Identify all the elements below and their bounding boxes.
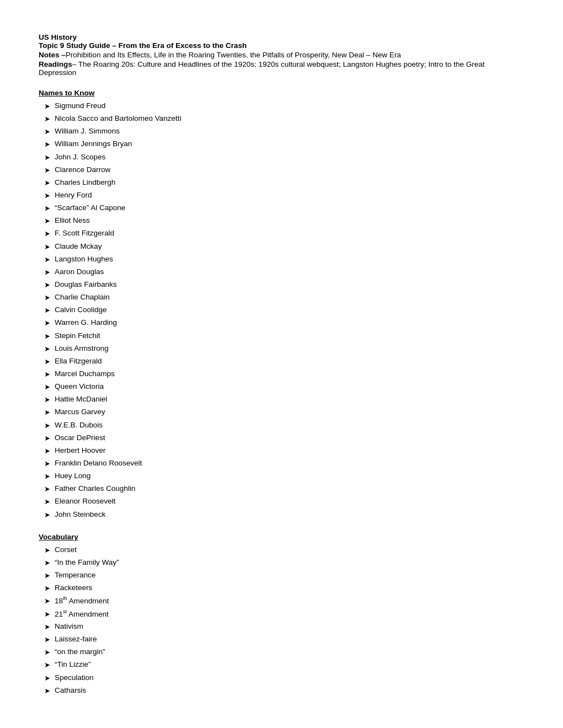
item-text: Corset	[55, 544, 524, 556]
item-text: Racketeers	[55, 582, 524, 594]
item-text: Aaron Douglas	[55, 266, 524, 278]
arrow-icon: ➤	[44, 596, 50, 607]
arrow-icon: ➤	[44, 292, 50, 303]
item-text: Langston Hughes	[55, 254, 524, 265]
arrow-icon: ➤	[44, 407, 50, 418]
item-text: Charlie Chaplain	[55, 292, 524, 303]
list-item: ➤Elliot Ness	[39, 215, 524, 227]
list-item: ➤Langston Hughes	[39, 254, 524, 265]
item-text: Temperance	[55, 570, 524, 581]
arrow-icon: ➤	[44, 686, 50, 697]
arrow-icon: ➤	[44, 609, 50, 620]
arrow-icon: ➤	[44, 178, 50, 189]
item-text: F. Scott Fitzgerald	[55, 228, 524, 239]
arrow-icon: ➤	[44, 634, 50, 645]
item-text: Douglas Fairbanks	[55, 279, 524, 291]
list-item: ➤Huey Long	[39, 470, 524, 482]
list-item: ➤Charlie Chaplain	[39, 292, 524, 303]
arrow-icon: ➤	[44, 446, 50, 457]
course-title: US History	[39, 33, 524, 41]
item-text: Laissez-faire	[55, 634, 524, 645]
list-item: ➤Catharsis	[39, 685, 524, 697]
arrow-icon: ➤	[44, 165, 50, 176]
arrow-icon: ➤	[44, 280, 50, 291]
item-text: Herbert Hoover	[55, 445, 524, 457]
names-list: ➤Sigmund Freud➤Nicola Sacco and Bartolom…	[39, 100, 524, 521]
list-item: ➤Marcel Duchamps	[39, 368, 524, 380]
item-text: “on the margin”	[55, 646, 524, 658]
list-item: ➤Calvin Coolidge	[39, 304, 524, 316]
list-item: ➤Louis Armstrong	[39, 343, 524, 355]
arrow-icon: ➤	[44, 228, 50, 239]
item-text: John Steinbeck	[55, 509, 524, 521]
arrow-icon: ➤	[44, 267, 50, 278]
list-item: ➤Douglas Fairbanks	[39, 279, 524, 291]
arrow-icon: ➤	[44, 647, 50, 658]
list-item: ➤“Scarface” Al Capone	[39, 202, 524, 214]
item-text: Elliot Ness	[55, 215, 524, 227]
arrow-icon: ➤	[44, 558, 50, 569]
item-text: 18th Amendment	[55, 595, 524, 607]
list-item: ➤“Tin Lizzie”	[39, 659, 524, 671]
names-section-title: Names to Know	[39, 89, 524, 97]
list-item: ➤“on the margin”	[39, 646, 524, 658]
item-text: Henry Ford	[55, 190, 524, 201]
arrow-icon: ➤	[44, 369, 50, 380]
item-text: Franklin Delano Roosevelt	[55, 458, 524, 469]
list-item: ➤Sigmund Freud	[39, 100, 524, 112]
item-text: Eleanor Roosevelt	[55, 496, 524, 507]
arrow-icon: ➤	[44, 420, 50, 431]
notes-content: Prohibition and Its Effects, Life in the…	[66, 51, 401, 59]
list-item: ➤Warren G. Harding	[39, 317, 524, 329]
arrow-icon: ➤	[44, 471, 50, 482]
item-text: John J. Scopes	[55, 152, 524, 163]
notes-line: Notes –Prohibition and Its Effects, Life…	[39, 51, 524, 59]
item-text: Huey Long	[55, 470, 524, 482]
header: US History Topic 9 Study Guide – From th…	[39, 33, 524, 77]
item-text: W.E.B. Dubois	[55, 420, 524, 431]
item-text: Father Charles Coughlin	[55, 483, 524, 495]
list-item: ➤William Jennings Bryan	[39, 138, 524, 150]
arrow-icon: ➤	[44, 673, 50, 684]
item-text: Speculation	[55, 672, 524, 684]
readings-line: Readings– The Roaring 20s: Culture and H…	[39, 60, 524, 77]
list-item: ➤William J. Simmons	[39, 126, 524, 137]
arrow-icon: ➤	[44, 203, 50, 214]
arrow-icon: ➤	[44, 216, 50, 227]
item-text: “In the Family Way”	[55, 557, 524, 569]
list-item: ➤John Steinbeck	[39, 509, 524, 521]
list-item: ➤Ella Fitzgerald	[39, 356, 524, 367]
list-item: ➤Corset	[39, 544, 524, 556]
arrow-icon: ➤	[44, 545, 50, 556]
list-item: ➤Stepin Fetchit	[39, 330, 524, 342]
arrow-icon: ➤	[44, 344, 50, 355]
list-item: ➤Nativism	[39, 621, 524, 633]
arrow-icon: ➤	[44, 242, 50, 253]
list-item: ➤Father Charles Coughlin	[39, 483, 524, 495]
item-text: Warren G. Harding	[55, 317, 524, 329]
arrow-icon: ➤	[44, 660, 50, 671]
list-item: ➤Oscar DePriest	[39, 432, 524, 444]
item-text: Claude Mckay	[55, 241, 524, 253]
arrow-icon: ➤	[44, 190, 50, 201]
arrow-icon: ➤	[44, 496, 50, 507]
list-item: ➤F. Scott Fitzgerald	[39, 228, 524, 239]
item-text: Charles Lindbergh	[55, 177, 524, 189]
readings-content: – The Roaring 20s: Culture and Headlines…	[39, 60, 485, 77]
arrow-icon: ➤	[44, 101, 50, 112]
list-item: ➤21st Amendment	[39, 608, 524, 620]
list-item: ➤Charles Lindbergh	[39, 177, 524, 189]
list-item: ➤John J. Scopes	[39, 152, 524, 163]
arrow-icon: ➤	[44, 382, 50, 393]
list-item: ➤Speculation	[39, 672, 524, 684]
list-item: ➤18th Amendment	[39, 595, 524, 607]
arrow-icon: ➤	[44, 394, 50, 405]
vocabulary-section: Vocabulary ➤Corset➤“In the Family Way”➤T…	[39, 533, 524, 697]
item-text: Hattie McDaniel	[55, 394, 524, 405]
item-text: Marcus Garvey	[55, 406, 524, 418]
topic-title: Topic 9 Study Guide – From the Era of Ex…	[39, 41, 524, 50]
item-text: Stepin Fetchit	[55, 330, 524, 342]
item-text: Sigmund Freud	[55, 100, 524, 112]
arrow-icon: ➤	[44, 139, 50, 150]
item-text: Catharsis	[55, 685, 524, 697]
